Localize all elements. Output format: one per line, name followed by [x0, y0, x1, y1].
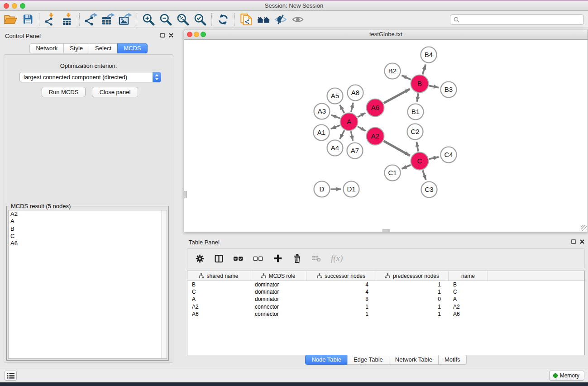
- mcds-result-item[interactable]: A6: [9, 240, 167, 247]
- mcds-result-item[interactable]: C: [9, 233, 167, 240]
- tab-select[interactable]: Select: [89, 43, 118, 53]
- zoom-out-button[interactable]: [157, 12, 174, 27]
- graph-node-B3[interactable]: B3: [441, 82, 457, 98]
- graph-node-A7[interactable]: A7: [347, 143, 363, 159]
- add-row-icon[interactable]: [273, 253, 283, 263]
- run-mcds-button[interactable]: Run MCDS: [42, 87, 86, 97]
- graph-node-A3[interactable]: A3: [314, 104, 330, 119]
- cell[interactable]: dominator: [250, 281, 306, 288]
- column-header-successor-nodes[interactable]: successor nodes: [306, 271, 376, 281]
- export-table-button[interactable]: [100, 12, 117, 27]
- cell[interactable]: A6: [449, 310, 488, 318]
- network-from-document-button[interactable]: [238, 12, 255, 27]
- select-all-icon[interactable]: [233, 254, 244, 263]
- graph-node-B4[interactable]: B4: [421, 47, 437, 63]
- graph-edge-C-C4[interactable]: [429, 157, 439, 159]
- maximize-window-button[interactable]: [20, 3, 25, 9]
- graph-edge-A-A6[interactable]: [358, 113, 365, 117]
- cell[interactable]: 4: [306, 281, 376, 288]
- tab-edge-table[interactable]: Edge Table: [347, 355, 389, 365]
- close-panel-button[interactable]: Close panel: [92, 87, 138, 97]
- export-network-button[interactable]: [82, 12, 100, 27]
- tab-motifs[interactable]: Motifs: [438, 355, 467, 365]
- tab-node-table[interactable]: Node Table: [305, 355, 348, 365]
- cell[interactable]: C: [449, 288, 488, 295]
- float-panel-icon[interactable]: [160, 33, 165, 38]
- table-row[interactable]: A2connector11A2: [187, 303, 584, 310]
- zoom-in-button[interactable]: [140, 12, 157, 27]
- zoom-fit-button[interactable]: [174, 12, 191, 27]
- cell[interactable]: 1: [376, 288, 449, 295]
- cell[interactable]: B: [187, 281, 250, 288]
- close-panel-icon[interactable]: [169, 33, 173, 38]
- tab-network[interactable]: Network: [29, 43, 64, 53]
- table-row[interactable]: A6connector11A6: [187, 310, 584, 318]
- graph-node-A8[interactable]: A8: [348, 85, 363, 101]
- zoom-selected-button[interactable]: [191, 12, 209, 27]
- graph-node-C4[interactable]: C4: [441, 147, 457, 163]
- home-button[interactable]: [255, 12, 272, 27]
- tab-style[interactable]: Style: [63, 43, 89, 53]
- graph-edge-B-B2[interactable]: [402, 76, 411, 80]
- save-session-button[interactable]: [19, 12, 36, 27]
- table-row[interactable]: Bdominator41B: [187, 281, 584, 288]
- cell[interactable]: C: [187, 288, 250, 295]
- cell[interactable]: A6: [187, 310, 250, 318]
- graph-node-C[interactable]: C: [411, 152, 429, 170]
- graph-edge-C-C2[interactable]: [416, 142, 418, 152]
- network-graph-canvas[interactable]: B4B2BB3A8A5A6A3B1AC2A1A2A4A7C4CC1DD1C3: [184, 40, 588, 232]
- split-panel-icon[interactable]: [214, 254, 224, 263]
- graph-edge-A-A4[interactable]: [340, 130, 344, 139]
- horizontal-scrollbar-thumb[interactable]: [382, 229, 390, 232]
- graph-node-A2[interactable]: A2: [367, 128, 384, 145]
- export-image-button[interactable]: [117, 12, 134, 27]
- cell[interactable]: 8: [306, 295, 376, 303]
- mcds-result-item[interactable]: A: [9, 218, 167, 225]
- tab-mcds[interactable]: MCDS: [117, 43, 147, 53]
- cell[interactable]: dominator: [250, 295, 306, 303]
- cell[interactable]: 1: [376, 310, 449, 318]
- graph-node-D1[interactable]: D1: [344, 181, 359, 197]
- graph-node-A5[interactable]: A5: [327, 88, 343, 104]
- resize-grip[interactable]: [581, 225, 587, 231]
- graph-node-B2[interactable]: B2: [385, 63, 401, 79]
- graph-edge-A-A1[interactable]: [331, 125, 340, 129]
- network-maximize-button[interactable]: [201, 32, 206, 37]
- graph-edge-A-A2[interactable]: [358, 126, 366, 131]
- graph-node-C3[interactable]: C3: [421, 182, 437, 198]
- cell[interactable]: B: [449, 281, 488, 288]
- memory-button[interactable]: Memory: [549, 371, 584, 381]
- import-network-button[interactable]: [42, 12, 59, 27]
- column-header-mcds-role[interactable]: MCDS role: [250, 271, 306, 281]
- cell[interactable]: dominator: [250, 288, 306, 295]
- cell[interactable]: 1: [376, 281, 449, 288]
- graph-node-B1[interactable]: B1: [408, 104, 424, 120]
- main-titlebar[interactable]: Session: New Session: [0, 1, 588, 11]
- node-table[interactable]: shared nameMCDS rolesuccessor nodesprede…: [187, 271, 585, 355]
- network-minimize-button[interactable]: [194, 32, 199, 37]
- graph-node-C2[interactable]: C2: [407, 124, 423, 140]
- network-graph[interactable]: B4B2BB3A8A5A6A3B1AC2A1A2A4A7C4CC1DD1C3: [184, 40, 588, 232]
- cell[interactable]: 4: [306, 288, 376, 295]
- task-history-button[interactable]: [5, 371, 17, 381]
- refresh-network-button[interactable]: [215, 12, 232, 27]
- search-field[interactable]: [450, 14, 584, 25]
- show-all-button[interactable]: [289, 12, 306, 27]
- graph-edge-B-B1[interactable]: [417, 93, 418, 101]
- graph-node-A4[interactable]: A4: [327, 140, 343, 156]
- search-input[interactable]: [462, 15, 583, 24]
- mcds-result-list[interactable]: A2ABCA6: [8, 210, 167, 359]
- graph-edge-A-A7[interactable]: [351, 131, 353, 141]
- open-file-button[interactable]: [2, 12, 19, 27]
- graph-edge-A6-B[interactable]: [384, 89, 410, 103]
- delete-row-icon[interactable]: [292, 254, 302, 263]
- network-window-titlebar[interactable]: testGlobe.txt: [184, 29, 588, 40]
- cell[interactable]: A2: [449, 303, 488, 310]
- graph-edge-A-A3[interactable]: [331, 115, 340, 118]
- cell[interactable]: connector: [250, 303, 306, 310]
- mcds-result-item[interactable]: B: [9, 225, 167, 233]
- column-header-name[interactable]: name: [449, 271, 488, 281]
- cell[interactable]: A: [187, 295, 250, 303]
- graph-edge-C-C1[interactable]: [402, 165, 411, 169]
- criterion-select[interactable]: largest connected component (directed): [19, 72, 161, 82]
